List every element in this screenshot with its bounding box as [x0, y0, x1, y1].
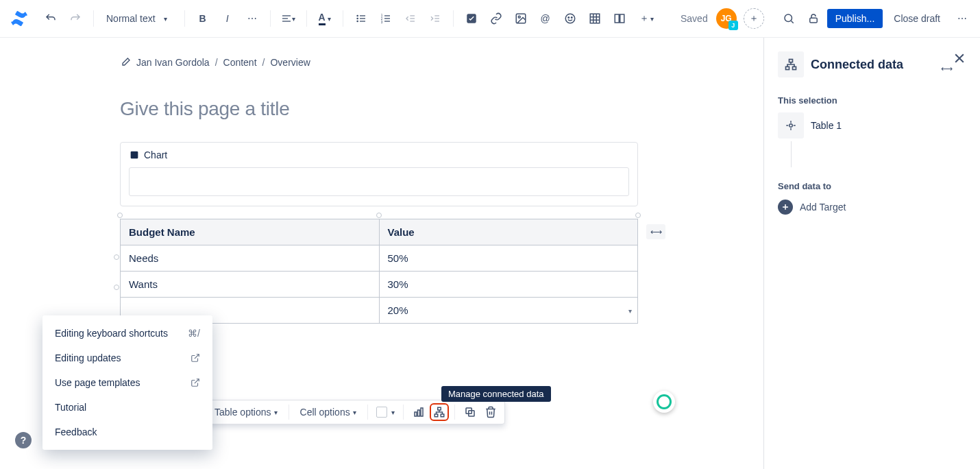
table-options-dropdown[interactable]: Table options ▾ — [209, 404, 283, 420]
svg-line-46 — [195, 354, 199, 359]
editor-toolbar: Normal text ▾ B I ⋯ ▾ A ▾ 123 @ — [0, 0, 980, 38]
help-menu: Editing keyboard shortcuts ⌘/ Editing up… — [42, 315, 212, 450]
chevron-down-icon: ▾ — [328, 15, 331, 23]
undo-button[interactable] — [40, 8, 62, 29]
svg-point-4 — [356, 18, 358, 20]
chart-placeholder[interactable] — [129, 167, 629, 196]
copy-table-button[interactable] — [461, 403, 480, 421]
action-item-button[interactable] — [461, 8, 482, 29]
close-draft-button[interactable]: Close draft — [885, 9, 948, 28]
table-header-cell[interactable]: Value — [379, 219, 638, 245]
selection-label: Table 1 — [811, 120, 842, 131]
table-cell[interactable]: Wants — [121, 272, 380, 298]
emoji-button[interactable] — [559, 8, 581, 29]
table-cell[interactable]: 20% ▾ — [379, 298, 638, 324]
table-floating-toolbar: Table options ▾ Cell options ▾ ▾ — [204, 400, 505, 424]
expand-table-icon[interactable]: ⟷ — [646, 224, 665, 239]
more-actions-button[interactable]: ⋯ — [951, 8, 973, 29]
close-panel-button[interactable] — [953, 51, 966, 65]
link-button[interactable] — [485, 8, 507, 29]
svg-point-3 — [356, 15, 358, 17]
svg-point-25 — [568, 17, 569, 19]
invite-button[interactable]: ＋ — [744, 8, 764, 29]
help-menu-item[interactable]: Tutorial — [42, 395, 212, 420]
svg-rect-7 — [360, 18, 365, 19]
add-target-button[interactable]: ＋ Add Target — [778, 200, 965, 215]
outdent-button[interactable] — [400, 8, 421, 29]
svg-rect-40 — [421, 408, 423, 416]
insert-chart-button[interactable] — [409, 403, 428, 421]
move-page-icon[interactable] — [120, 57, 131, 68]
table-cell[interactable]: 30% — [379, 272, 638, 298]
table-cell[interactable]: Needs — [121, 245, 380, 272]
align-dropdown[interactable]: ▾ — [278, 8, 299, 29]
search-button[interactable] — [778, 8, 800, 29]
chart-macro-block[interactable]: Chart — [120, 142, 638, 206]
add-target-label: Add Target — [800, 202, 846, 213]
svg-rect-50 — [793, 67, 796, 69]
chevron-down-icon: ▾ — [650, 15, 654, 23]
help-button[interactable]: ? — [15, 432, 32, 448]
text-style-dropdown[interactable]: Normal text ▾ — [101, 9, 177, 28]
bullet-list-button[interactable] — [350, 8, 372, 29]
help-menu-item[interactable]: Feedback — [42, 420, 212, 444]
numbered-list-button[interactable]: 123 — [375, 8, 397, 29]
manage-connected-data-button[interactable] — [430, 403, 449, 421]
editor-column: Jan Ivan Gordola / Content / Overview ⟷ … — [0, 38, 763, 469]
svg-point-34 — [785, 14, 792, 22]
svg-line-47 — [195, 379, 199, 383]
text-color-button[interactable]: A ▾ — [314, 8, 336, 29]
svg-rect-41 — [437, 407, 441, 410]
restrictions-button[interactable] — [803, 8, 824, 29]
chevron-down-icon: ▾ — [292, 15, 295, 23]
connected-data-panel: Connected data This selection Table 1 Se… — [763, 38, 980, 469]
grammarly-badge[interactable] — [653, 391, 675, 413]
insert-dropdown[interactable]: ＋▾ — [633, 8, 661, 29]
indent-button[interactable] — [424, 8, 446, 29]
delete-table-button[interactable] — [481, 403, 500, 421]
section-heading: This selection — [778, 95, 965, 106]
cell-background-dropdown[interactable]: ▾ — [373, 404, 397, 420]
chevron-down-icon: ▾ — [353, 409, 356, 416]
svg-rect-27 — [590, 14, 600, 23]
avatar[interactable]: JG J — [716, 8, 737, 29]
image-button[interactable] — [510, 8, 532, 29]
svg-rect-39 — [417, 410, 419, 416]
cell-options-dropdown[interactable]: Cell options ▾ — [295, 404, 362, 420]
help-menu-item[interactable]: Use page templates — [42, 370, 212, 395]
help-menu-item[interactable]: Editing keyboard shortcuts ⌘/ — [42, 321, 212, 346]
italic-button[interactable]: I — [217, 8, 238, 29]
page-title-input[interactable]: Give this page a title — [120, 98, 641, 120]
svg-rect-38 — [415, 412, 417, 416]
breadcrumb-item[interactable]: Overview — [270, 57, 310, 68]
chart-icon — [129, 149, 140, 160]
table-cell[interactable]: 50% — [379, 245, 638, 272]
hierarchy-icon — [778, 51, 804, 77]
bold-button[interactable]: B — [192, 8, 214, 29]
svg-line-35 — [791, 21, 793, 23]
publish-button[interactable]: Publish... — [827, 9, 883, 28]
layouts-button[interactable] — [609, 8, 630, 29]
data-table[interactable]: Budget Name Value Needs 50% Wants 30% — [120, 219, 638, 324]
svg-rect-43 — [441, 414, 444, 417]
breadcrumb-item[interactable]: Jan Ivan Gordola — [136, 57, 210, 68]
mention-button[interactable]: @ — [535, 8, 556, 29]
help-menu-item[interactable]: Editing updates — [42, 346, 212, 370]
table-header-cell[interactable]: Budget Name — [121, 219, 380, 245]
table-button[interactable] — [584, 8, 606, 29]
svg-point-24 — [565, 14, 575, 23]
chevron-down-icon[interactable]: ▾ — [628, 306, 632, 314]
plus-icon: ＋ — [778, 200, 793, 215]
svg-rect-8 — [360, 21, 365, 21]
chevron-down-icon: ▾ — [391, 409, 395, 416]
presence-badge: J — [728, 21, 738, 30]
breadcrumb-item[interactable]: Content — [223, 57, 257, 68]
svg-point-26 — [571, 17, 572, 19]
svg-rect-32 — [615, 14, 619, 23]
color-swatch — [376, 407, 387, 418]
selection-item[interactable]: Table 1 — [778, 112, 965, 139]
redo-button[interactable] — [64, 8, 86, 29]
svg-rect-42 — [434, 414, 438, 417]
saved-status: Saved — [681, 13, 708, 24]
more-formatting-button[interactable]: ⋯ — [241, 8, 263, 29]
